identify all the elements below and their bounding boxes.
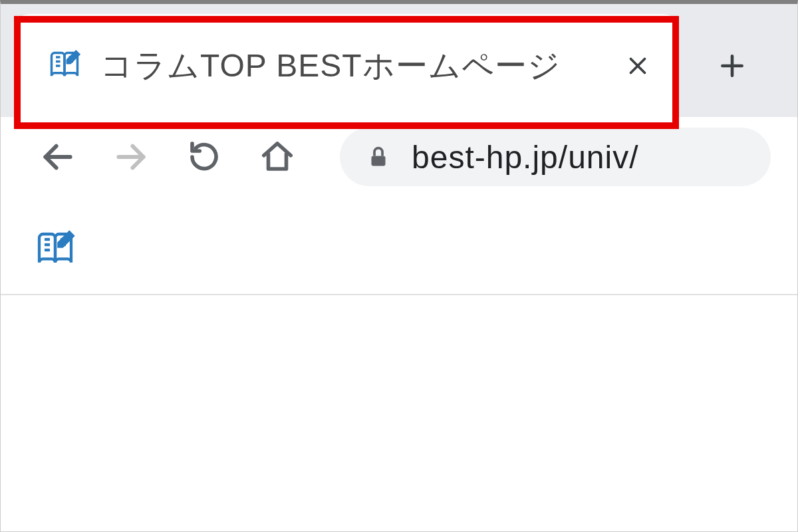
tab-close-button[interactable]: [623, 51, 652, 80]
reload-button[interactable]: [180, 133, 228, 181]
arrow-left-icon: [39, 138, 76, 176]
tab-title: コラムTOP BESTホームページ: [100, 45, 610, 87]
reload-icon: [186, 139, 222, 175]
new-tab-button[interactable]: [699, 14, 765, 117]
forward-button[interactable]: [107, 133, 155, 181]
back-button[interactable]: [34, 133, 82, 181]
arrow-right-icon: [112, 138, 150, 176]
book-edit-icon: [34, 229, 76, 271]
svg-rect-11: [372, 156, 386, 166]
page-content: [1, 197, 797, 295]
page-header: [1, 197, 797, 295]
url-display: best-hp.jp/univ/: [412, 139, 639, 176]
browser-tab[interactable]: コラムTOP BESTホームページ: [14, 14, 679, 117]
address-bar[interactable]: best-hp.jp/univ/: [340, 128, 771, 186]
navigation-toolbar: best-hp.jp/univ/: [1, 117, 797, 197]
close-icon: [626, 54, 650, 78]
home-button[interactable]: [253, 133, 301, 181]
tab-strip: コラムTOP BESTホームページ: [1, 4, 797, 117]
book-edit-icon: [47, 49, 82, 83]
home-icon: [259, 139, 295, 175]
plus-icon: [718, 51, 747, 80]
lock-icon: [366, 145, 390, 169]
